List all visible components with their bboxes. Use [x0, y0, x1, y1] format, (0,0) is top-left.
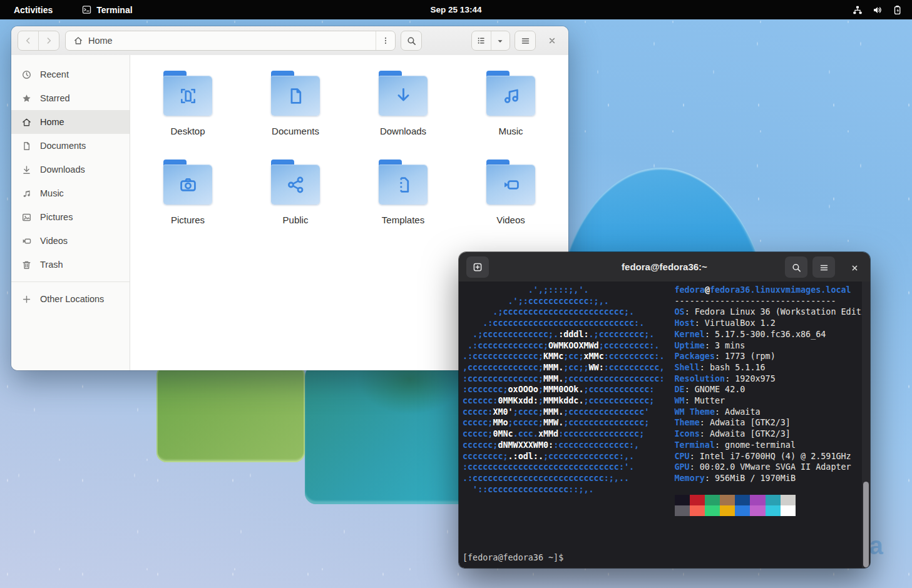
- sidebar-item-label: Home: [40, 117, 64, 127]
- folder-music[interactable]: Music: [457, 66, 565, 149]
- terminal-scrollbar[interactable]: [862, 281, 870, 568]
- folder-videos[interactable]: Videos: [457, 155, 565, 238]
- clock-icon: [21, 69, 32, 80]
- app-menu-button[interactable]: Terminal: [81, 4, 132, 15]
- view-toggle: [471, 31, 510, 51]
- network-icon: [852, 4, 863, 16]
- search-button[interactable]: [401, 31, 422, 51]
- sidebar-item-starred[interactable]: Starred: [11, 86, 130, 110]
- back-button[interactable]: [18, 31, 39, 50]
- neofetch-output: .',;::::;,'. .';:cccccccccccc:;,. .;cccc…: [463, 285, 870, 516]
- info-line-shell: Shell: bash 5.1.16: [675, 362, 866, 373]
- files-headerbar[interactable]: Home: [11, 26, 568, 56]
- activities-button[interactable]: Activities: [9, 4, 58, 16]
- terminal-output[interactable]: .',;::::;,'. .';:cccccccccccc:;,. .;cccc…: [459, 281, 870, 568]
- info-line-gpu: GPU: 00:02.0 VMware SVGA II Adapter: [675, 462, 866, 473]
- close-icon: [850, 263, 859, 273]
- path-bar[interactable]: Home: [65, 31, 396, 51]
- terminal-close-button[interactable]: [845, 258, 864, 277]
- view-options-button[interactable]: [491, 31, 510, 50]
- image-icon: [21, 212, 32, 223]
- music-note-icon: [21, 188, 32, 199]
- folder-label: Videos: [496, 215, 525, 225]
- video-camera-icon: [21, 236, 32, 246]
- list-view-button[interactable]: [472, 31, 491, 50]
- folder-icon: [161, 71, 214, 116]
- folder-public[interactable]: Public: [242, 155, 349, 238]
- files-close-button[interactable]: [542, 31, 562, 51]
- top-bar: Activities Terminal Sep 25 13:44: [0, 0, 912, 19]
- info-line-terminal: Terminal: gnome-terminal: [675, 440, 866, 451]
- pictures-emblem: [163, 165, 212, 205]
- public-emblem: [271, 165, 320, 205]
- documents-emblem: [271, 76, 320, 116]
- scrollbar-thumb[interactable]: [863, 482, 869, 567]
- nav-buttons: [18, 31, 59, 51]
- document-icon: [21, 141, 32, 151]
- info-line-theme: Theme: Adwaita [GTK2/3]: [675, 417, 866, 428]
- list-view-icon: [476, 36, 486, 46]
- sidebar-item-label: Videos: [40, 236, 68, 246]
- folder-templates[interactable]: Templates: [349, 155, 457, 238]
- terminal-window: fedora@fedora36:~ .',;::::;,'. .';:ccccc…: [459, 252, 870, 568]
- folder-icon: [161, 160, 214, 205]
- folder-label: Downloads: [380, 126, 426, 136]
- sidebar-item-label: Recent: [40, 69, 69, 79]
- sidebar-item-music[interactable]: Music: [11, 181, 130, 205]
- neofetch-separator: --------------------------------: [675, 296, 866, 307]
- main-menu-button[interactable]: [515, 31, 536, 51]
- info-line-memory: Memory: 956MiB / 1970MiB: [675, 473, 866, 484]
- terminal-search-button[interactable]: [785, 256, 807, 278]
- folder-icon: [377, 160, 429, 205]
- system-tray[interactable]: [852, 4, 903, 16]
- sidebar-item-pictures[interactable]: Pictures: [11, 205, 130, 229]
- terminal-app-icon: [81, 4, 92, 15]
- clock-button[interactable]: Sep 25 13:44: [431, 5, 482, 14]
- folder-icon: [269, 71, 322, 116]
- new-tab-button[interactable]: [466, 256, 489, 278]
- folder-pictures[interactable]: Pictures: [134, 155, 242, 238]
- new-tab-icon: [472, 261, 483, 273]
- sidebar-item-recent[interactable]: Recent: [11, 63, 130, 86]
- folder-label: Public: [283, 215, 309, 225]
- breadcrumb[interactable]: Home: [66, 36, 376, 46]
- folder-desktop[interactable]: Desktop: [134, 66, 242, 149]
- sidebar-item-label: Trash: [40, 260, 63, 270]
- neofetch-info: fedora@fedora36.linuxvmimages.local-----…: [675, 285, 866, 516]
- sidebar-item-downloads[interactable]: Downloads: [11, 158, 130, 181]
- info-line-wm-theme: WM Theme: Adwaita: [675, 407, 866, 418]
- sidebar-item-label: Other Locations: [40, 294, 104, 304]
- sidebar-divider: [11, 281, 130, 282]
- app-menu-label: Terminal: [96, 5, 132, 15]
- location-label: Home: [88, 36, 113, 46]
- forward-button[interactable]: [39, 31, 59, 50]
- sidebar-item-documents[interactable]: Documents: [11, 134, 130, 158]
- folder-label: Documents: [272, 126, 319, 136]
- terminal-headerbar[interactable]: fedora@fedora36:~: [459, 252, 870, 282]
- kebab-icon: [381, 36, 391, 46]
- wallpaper-green-shape: [156, 365, 305, 462]
- folder-downloads[interactable]: Downloads: [349, 66, 457, 149]
- desktop-emblem: [163, 76, 212, 116]
- info-line-kernel: Kernel: 5.17.5-300.fc36.x86_64: [675, 329, 866, 340]
- info-line-packages: Packages: 1773 (rpm): [675, 351, 866, 362]
- info-line-de: DE: GNOME 42.0: [675, 384, 866, 395]
- sidebar-item-other-locations[interactable]: Other Locations: [11, 287, 130, 311]
- shell-prompt: [fedora@fedora36 ~]$: [463, 552, 870, 568]
- search-icon: [406, 36, 417, 46]
- terminal-title: fedora@fedora36:~: [459, 252, 870, 281]
- sidebar-item-home[interactable]: Home: [11, 110, 130, 134]
- downloads-emblem: [379, 76, 428, 116]
- path-menu-button[interactable]: [376, 31, 395, 50]
- sidebar-item-trash[interactable]: Trash: [11, 253, 130, 276]
- info-line-host: Host: VirtualBox 1.2: [675, 318, 866, 329]
- info-line-uptime: Uptime: 3 mins: [675, 340, 866, 352]
- folder-icon: [377, 71, 429, 116]
- sidebar-item-videos[interactable]: Videos: [11, 229, 130, 253]
- terminal-palette-row-1: [675, 495, 866, 505]
- trash-icon: [21, 260, 32, 270]
- terminal-menu-button[interactable]: [812, 256, 835, 278]
- fedora-ascii-logo: .',;::::;,'. .';:cccccccccccc:;,. .;cccc…: [463, 285, 665, 516]
- folder-documents[interactable]: Documents: [242, 66, 349, 149]
- folder-label: Templates: [382, 215, 424, 225]
